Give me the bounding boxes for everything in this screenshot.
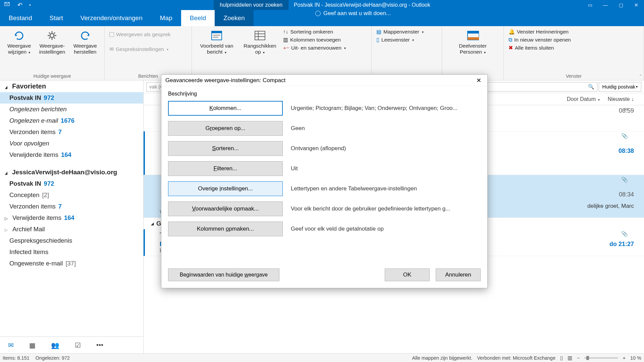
- reset-icon: [79, 29, 91, 42]
- attachment-icon: 📎: [621, 133, 628, 139]
- show-as-conversation-checkbox[interactable]: Weergeven als gesprek: [109, 32, 171, 38]
- undo-icon[interactable]: ↶: [17, 1, 22, 9]
- reading-pane-button[interactable]: ▯Leesvenster▾: [376, 37, 424, 43]
- tab-view[interactable]: Beeld: [181, 10, 215, 26]
- context-tab-label: hulpmiddelen voor zoeken: [214, 0, 288, 10]
- qat-dropdown-icon[interactable]: ▾: [29, 3, 31, 7]
- status-connection: Verbonden met: Microsoft Exchange: [477, 355, 555, 361]
- close-all-button[interactable]: ✖Alle items sluiten: [508, 45, 571, 51]
- nav-switcher: ✉ ▦ 👥 ☑ •••: [0, 337, 143, 353]
- reset-view-button[interactable]: Weergaveherstellen: [69, 27, 102, 55]
- minimize-button[interactable]: —: [598, 0, 613, 10]
- ok-button[interactable]: OK: [385, 268, 430, 281]
- format-columns-button[interactable]: Kolommen opmaken...: [168, 222, 283, 236]
- dialog-close-button[interactable]: ✕: [474, 77, 483, 84]
- columns-button[interactable]: Kolommen...: [168, 101, 283, 116]
- conversation-settings-button[interactable]: ✉ Gespreksinstellingen▾: [109, 46, 171, 52]
- ribbon-options-icon[interactable]: ▭: [582, 0, 598, 10]
- ribbon-group-people: DeelvensterPersonen ▾ Personen: [442, 26, 504, 80]
- tab-file[interactable]: Bestand: [0, 10, 41, 26]
- sort-desc: Ontvangen (aflopend): [291, 145, 481, 152]
- cond-format-button[interactable]: Voorwaardelijke opmaak...: [168, 201, 283, 216]
- nav-account-inbox[interactable]: Postvak IN972: [0, 178, 143, 189]
- nav-junk[interactable]: Ongewenste e-mail[37]: [0, 258, 143, 269]
- people-icon[interactable]: 👥: [51, 341, 59, 349]
- change-view-button[interactable]: Weergavewijzigen ▾: [3, 27, 36, 55]
- other-settings-desc: Lettertypen en andere Tabelweergave-inst…: [291, 185, 481, 192]
- tell-me[interactable]: Geef aan wat u wilt doen...: [315, 10, 391, 17]
- people-pane-button[interactable]: DeelvensterPersonen ▾: [453, 27, 493, 55]
- maximize-button[interactable]: ▢: [613, 0, 629, 10]
- group-label: Huidige weergave: [3, 72, 102, 80]
- ribbon-group-window: 🔔Venster Herinneringen ⧉In nieuw venster…: [504, 26, 644, 80]
- cancel-button[interactable]: Annuleren: [436, 268, 481, 281]
- nav-unread-mail[interactable]: Ongelezen e-mail1676: [0, 115, 143, 126]
- reset-view-button[interactable]: Beginwaarden van huidige weergave: [168, 268, 279, 281]
- tab-home[interactable]: Start: [41, 10, 72, 26]
- svg-line-8: [49, 38, 50, 39]
- sort-by-date[interactable]: Door Datum ▾: [567, 96, 600, 102]
- search-icon[interactable]: 🔍: [588, 84, 594, 90]
- nav-deleted[interactable]: Verwijderde items164: [0, 149, 143, 161]
- more-icon[interactable]: •••: [96, 341, 103, 349]
- expand-collapse-button[interactable]: +−Uit- en samenvouwen▾: [283, 45, 346, 51]
- svg-line-7: [54, 38, 55, 39]
- message-time: do 21:27: [600, 241, 634, 248]
- sort-button[interactable]: Sorteren...: [168, 141, 283, 156]
- calendar-icon[interactable]: ▦: [29, 341, 36, 349]
- view-settings-button[interactable]: Weergave-instellingen: [36, 27, 68, 55]
- tab-send-receive[interactable]: Verzenden/ontvangen: [72, 10, 151, 26]
- nav-followup[interactable]: Voor opvolgen: [0, 138, 143, 149]
- nav-infected[interactable]: Infected Items: [0, 246, 143, 258]
- nav-archive[interactable]: Archief Mail: [0, 224, 143, 235]
- attachment-icon: 📎: [621, 176, 628, 183]
- other-settings-button[interactable]: Overige instellingen...: [168, 181, 283, 196]
- collapse-ribbon-icon[interactable]: ˆ: [640, 74, 641, 79]
- folder-pane-button[interactable]: ▤Mappenvenster▾: [376, 29, 424, 35]
- window-title: Postvak IN - JessicaVerwijst-deHaan@visi…: [294, 0, 430, 10]
- nav-account-sent[interactable]: Verzonden items7: [0, 201, 143, 212]
- sort-newest[interactable]: Nieuwste ↓: [608, 96, 634, 102]
- tasks-icon[interactable]: ☑: [75, 341, 81, 349]
- close-all-icon: ✖: [508, 45, 513, 51]
- folder-pane-icon: ▤: [376, 29, 381, 35]
- group-by-button[interactable]: Groeperen op...: [168, 121, 283, 136]
- zoom-level[interactable]: 10 %: [630, 355, 641, 361]
- zoom-out-icon[interactable]: −: [577, 355, 580, 361]
- favorites-header[interactable]: Favorieten: [0, 80, 143, 92]
- svg-rect-11: [212, 31, 222, 33]
- qat-send-receive-icon[interactable]: [4, 1, 11, 9]
- account-header[interactable]: JessicaVerwijst-deHaan@visio.org: [0, 167, 143, 178]
- open-new-window-button[interactable]: ⧉In nieuw venster openen: [508, 37, 571, 43]
- tab-search[interactable]: Zoeken: [215, 10, 253, 26]
- nav-conv-history[interactable]: Gespreksgeschiedenis: [0, 235, 143, 246]
- reminders-window-button[interactable]: 🔔Venster Herinneringen: [508, 29, 571, 35]
- group-label: Venster: [506, 72, 641, 80]
- group-by-desc: Geen: [291, 125, 481, 132]
- tab-folder[interactable]: Map: [151, 10, 181, 26]
- format-columns-desc: Geef voor elk veld de getalnotatie op: [291, 226, 481, 232]
- nav-drafts[interactable]: Concepten[2]: [0, 189, 143, 201]
- nav-unread-messages[interactable]: Ongelezen berichten: [0, 104, 143, 115]
- message-preview-button[interactable]: Voorbeeld vanbericht ▾: [195, 27, 239, 55]
- search-scope-dropdown[interactable]: Huidig postvak ▾: [599, 82, 641, 92]
- zoom-in-icon[interactable]: +: [623, 355, 625, 361]
- zoom-slider[interactable]: [584, 357, 618, 359]
- conversation-icon: ✉: [109, 46, 114, 52]
- ribbon-group-current-view: Weergavewijzigen ▾ Weergave-instellingen…: [0, 26, 105, 80]
- nav-sent[interactable]: Verzonden items7: [0, 126, 143, 138]
- svg-rect-14: [255, 31, 265, 40]
- arrange-by-button[interactable]: Rangschikkenop ▾: [239, 27, 281, 55]
- view-normal-icon[interactable]: ▯: [560, 355, 563, 361]
- folder-pane: Favorieten Postvak IN972 Ongelezen beric…: [0, 80, 144, 353]
- ribbon-tabs: Bestand Start Verzenden/ontvangen Map Be…: [0, 10, 644, 26]
- svg-line-6: [49, 33, 50, 34]
- mail-icon[interactable]: ✉: [8, 341, 14, 349]
- close-button[interactable]: ✕: [629, 0, 644, 10]
- view-reading-icon[interactable]: ▥: [568, 355, 572, 361]
- reverse-sort-button[interactable]: ↑↓Sortering omkeren: [283, 29, 346, 35]
- nav-inbox[interactable]: Postvak IN972: [0, 92, 143, 104]
- filter-button[interactable]: Filteren...: [168, 161, 283, 176]
- add-columns-button[interactable]: ▥Kolommen toevoegen: [283, 37, 346, 43]
- nav-account-deleted[interactable]: Verwijderde items164: [0, 212, 143, 224]
